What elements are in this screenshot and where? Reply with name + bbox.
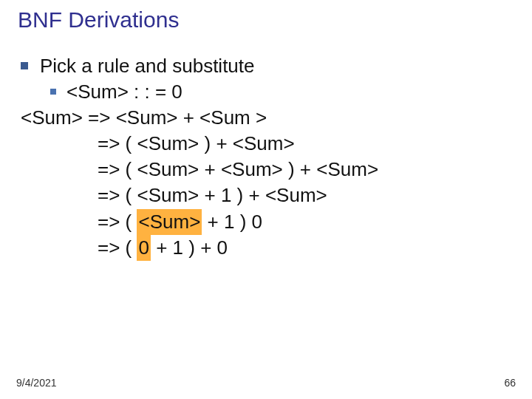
bullet-level1: Pick a rule and substitute [21, 53, 519, 79]
derivation-text: => ( <Sum> ) + <Sum> [98, 131, 295, 157]
derivation-text: + 1 ) 0 [202, 209, 262, 235]
derivation-line: => ( <Sum> + 1 ) 0 [21, 209, 519, 235]
derivation-text: => ( [98, 235, 137, 261]
square-bullet-icon [50, 89, 56, 95]
bullet-level2: <Sum> : : = 0 [21, 79, 519, 105]
derivation-text: => ( <Sum> + 1 ) + <Sum> [98, 183, 327, 208]
derivation-line: => ( 0 + 1 ) + 0 [21, 235, 519, 261]
highlight: <Sum> [137, 209, 202, 235]
footer-date: 9/4/2021 [16, 377, 57, 389]
derivation-line: => ( <Sum> + 1 ) + <Sum> [21, 183, 519, 208]
slide-title: BNF Derivations [18, 7, 519, 33]
bullet-text: Pick a rule and substitute [40, 53, 255, 79]
square-bullet-icon [21, 62, 28, 69]
derivation-line: => ( <Sum> ) + <Sum> [21, 131, 519, 157]
footer-page-number: 66 [504, 377, 516, 389]
derivation-text: => ( <Sum> + <Sum> ) + <Sum> [98, 157, 378, 183]
derivation-text: => ( [98, 209, 137, 235]
derivation-line: => ( <Sum> + <Sum> ) + <Sum> [21, 157, 519, 183]
slide-body: Pick a rule and substitute <Sum> : : = 0… [21, 53, 519, 261]
footer: 9/4/2021 66 [16, 377, 516, 389]
derivation-text: + 1 ) + 0 [151, 235, 228, 261]
derivation-text: <Sum> => <Sum> + <Sum > [21, 105, 267, 131]
bullet-text: <Sum> : : = 0 [66, 79, 183, 105]
highlight: 0 [137, 235, 150, 261]
derivation-line: <Sum> => <Sum> + <Sum > [21, 105, 519, 131]
